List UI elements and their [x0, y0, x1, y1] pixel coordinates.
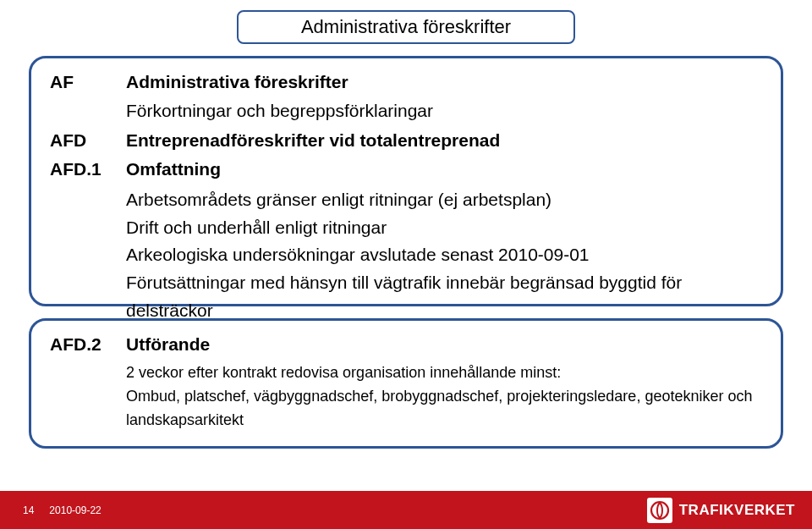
page-number: 14 — [23, 504, 34, 516]
row-forkortningar: Förkortningar och begreppsförklaringar — [50, 99, 762, 123]
label-forkortningar: Förkortningar och begreppsförklaringar — [126, 99, 433, 123]
sub-forutsattningar: Förutsättningar med hänsyn till vägtrafi… — [126, 269, 762, 324]
content-box-1: AF Administrativa föreskrifter Förkortni… — [29, 56, 783, 306]
code-afd1: AFD.1 — [50, 157, 126, 181]
label-afd1: Omfattning — [126, 157, 221, 181]
sub-arbetsomradet: Arbetsområdets gränser enligt ritningar … — [126, 186, 762, 214]
sub-arkeologiska: Arkeologiska undersökningar avslutade se… — [126, 241, 762, 269]
svg-point-0 — [651, 502, 668, 519]
sub-2veckor: 2 veckor efter kontrakt redovisa organis… — [126, 361, 762, 385]
footer-bar: 14 2010-09-22 TRAFIKVERKET — [0, 491, 812, 529]
row-afd1: AFD.1 Omfattning — [50, 157, 762, 181]
code-afd: AFD — [50, 129, 126, 152]
slide-title-box: Administrativa föreskrifter — [237, 10, 575, 44]
code-af: AF — [50, 70, 126, 94]
label-afd2: Utförande — [126, 333, 210, 356]
trafikverket-logo-icon — [647, 498, 672, 523]
brand: TRAFIKVERKET — [647, 491, 795, 529]
footer-date: 2010-09-22 — [49, 504, 101, 516]
label-afd: Entreprenadföreskrifter vid totalentrepr… — [126, 129, 500, 152]
row-af: AF Administrativa föreskrifter — [50, 70, 762, 94]
code-afd2: AFD.2 — [50, 333, 126, 356]
sub-drift: Drift och underhåll enligt ritningar — [126, 214, 762, 242]
sub-ombud: Ombud, platschef, vägbyggnadschef, broby… — [126, 385, 762, 433]
row-afd2: AFD.2 Utförande — [50, 333, 762, 356]
brand-text: TRAFIKVERKET — [679, 502, 795, 519]
slide-title: Administrativa föreskrifter — [301, 16, 511, 38]
row-afd: AFD Entreprenadföreskrifter vid totalent… — [50, 129, 762, 152]
label-af: Administrativa föreskrifter — [126, 70, 348, 94]
content-box-2: AFD.2 Utförande 2 veckor efter kontrakt … — [29, 318, 783, 449]
slide: Administrativa föreskrifter AF Administr… — [0, 0, 812, 529]
